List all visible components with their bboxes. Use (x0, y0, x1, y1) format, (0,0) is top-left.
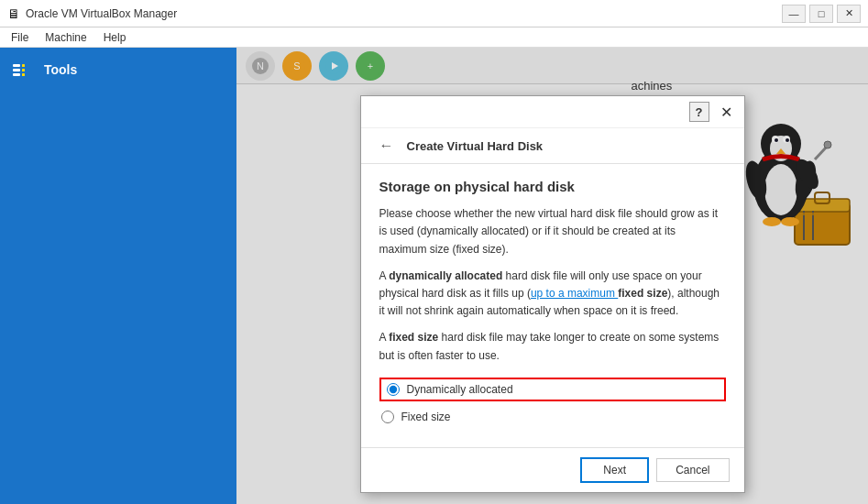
window-controls: — □ ✕ (782, 5, 861, 23)
bold-fixed-size2: fixed size (389, 331, 438, 344)
menu-file[interactable]: File (4, 29, 36, 46)
svg-rect-0 (13, 64, 20, 67)
svg-rect-1 (13, 69, 20, 71)
cancel-button[interactable]: Cancel (656, 458, 729, 482)
sidebar-tools-item[interactable]: Tools (11, 57, 77, 82)
dialog: ? ✕ ← Create Virtual Hard Disk Storage o… (360, 95, 745, 493)
dialog-help-button[interactable]: ? (689, 102, 709, 122)
link-up-to: up to a maximum (531, 287, 618, 300)
bold-fixed-size: fixed size (618, 287, 667, 300)
app-title: Oracle VM VirtualBox Manager (26, 7, 776, 20)
back-button[interactable]: ← (376, 136, 398, 156)
menu-bar: File Machine Help (0, 27, 868, 48)
radio-fixed-option[interactable]: Fixed size (379, 407, 726, 427)
paragraph1: Please choose whether the new virtual ha… (379, 205, 726, 258)
dialog-footer: Next Cancel (361, 447, 744, 492)
dialog-header: ← Create Virtual Hard Disk (361, 128, 744, 164)
svg-rect-3 (22, 64, 25, 67)
dialog-overlay: ? ✕ ← Create Virtual Hard Disk Storage o… (236, 48, 868, 504)
svg-rect-2 (13, 73, 20, 76)
menu-help[interactable]: Help (96, 29, 134, 46)
svg-rect-4 (22, 69, 25, 71)
sidebar: Tools (0, 48, 236, 504)
next-button[interactable]: Next (580, 457, 649, 483)
sidebar-tools-label: Tools (44, 62, 77, 77)
paragraph2: A dynamically allocated hard disk file w… (379, 268, 726, 321)
paragraph3: A fixed size hard disk file may take lon… (379, 329, 726, 364)
dialog-close-button[interactable]: ✕ (717, 102, 737, 122)
title-bar: 🖥 Oracle VM VirtualBox Manager — □ ✕ (0, 0, 868, 27)
radio-group: Dynamically allocated Fixed size (379, 378, 726, 427)
main-layout: Tools N S + achines ate new y selected o… (0, 48, 868, 504)
dialog-body: Storage on physical hard disk Please cho… (361, 164, 744, 447)
radio-dynamic-option[interactable]: Dynamically allocated (379, 378, 726, 401)
content-area: N S + achines ate new y selected or more (236, 48, 868, 504)
svg-rect-5 (22, 73, 25, 76)
maximize-button[interactable]: □ (809, 5, 833, 23)
window-close-button[interactable]: ✕ (837, 5, 861, 23)
radio-dynamic-label: Dynamically allocated (407, 383, 513, 396)
minimize-button[interactable]: — (782, 5, 806, 23)
radio-fixed-label: Fixed size (401, 411, 451, 423)
radio-dynamic-input[interactable] (387, 383, 400, 396)
menu-machine[interactable]: Machine (38, 29, 93, 46)
dialog-title: Create Virtual Hard Disk (407, 139, 544, 153)
tools-icon (11, 57, 37, 82)
bold-dynamically: dynamically allocated (389, 269, 502, 282)
dialog-titlebar: ? ✕ (361, 96, 744, 128)
section-title: Storage on physical hard disk (379, 179, 726, 194)
radio-fixed-input[interactable] (381, 411, 394, 423)
app-icon: 🖥 (7, 6, 20, 21)
